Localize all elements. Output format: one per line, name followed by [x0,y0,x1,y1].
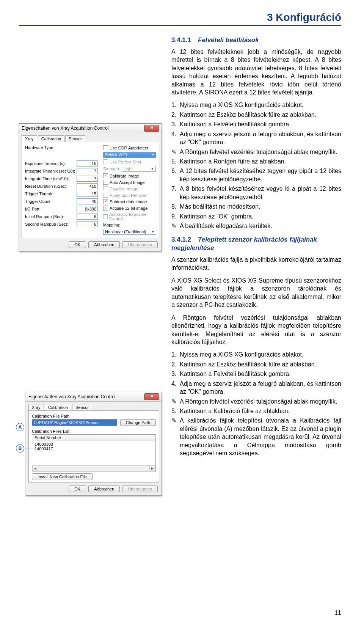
label-auto-exposure: Automatic Exposure Control [109,212,156,221]
section-title: Felvételi beállítások [198,36,259,44]
step-marker: 5. [171,157,180,165]
step-text: Nyissa meg a XIOS XG konfigurációs ablak… [180,350,341,358]
step-marker: 3. [171,120,180,128]
initial-rampup-input[interactable]: 8 [77,214,98,220]
checkbox-autodetect[interactable] [103,145,108,150]
label-hardware-type: Hardware Type: [25,145,98,150]
step-text: Adja meg a szerviz jelszót a felugró abl… [180,380,341,396]
step-text: Kattintson a Kalibráció fülre az ablakba… [180,407,341,415]
tab-xray[interactable]: Xray [28,404,44,410]
step-text: Kattintson az "OK" gombra. [180,212,341,220]
annotation-b: B [16,444,24,453]
strength-select: Light▼ [122,166,156,172]
label-trigger-thresh: Trigger Thresh: [25,192,75,196]
tab-sensor[interactable]: Sensor [72,404,92,410]
label-initial-rampup: Initial Rampup (Sec): [25,214,75,219]
section-title: Telepített szenzor kalibrációs fájljaina… [171,236,317,252]
chapter-title: 3 Konfiguráció [19,11,341,24]
result-icon: ✎ [171,416,180,457]
step-marker: 1. [171,101,180,109]
page-number: 11 [334,610,341,616]
trigger-thresh-input[interactable]: 15 [77,191,98,197]
label-acquire-12bit: Acquire 12 bit image [110,206,147,211]
chevron-down-icon: ▼ [151,167,154,171]
checkbox-acquire-12bit[interactable]: ✓ [103,206,108,211]
close-icon[interactable]: ✕ [144,393,159,400]
calib-path-input[interactable]: C:\PDATA\Plugins\XIOSXG\Sensor [32,419,117,426]
step-text: Kattintson az Eszköz beállítások fülre a… [180,111,341,119]
scroll-left-icon[interactable]: ◄ [32,466,38,471]
ok-button[interactable]: OK [69,486,86,492]
checkbox-calibrate-image[interactable]: ✓ [103,173,108,178]
section-heading-3411: 3.4.1.1Felvételi beállítások [171,36,341,45]
checkbox-spot-remover [103,193,108,198]
hardware-select[interactable]: Schick WiFi▼ [103,152,156,158]
label-calib-list: Calibration Files List: [32,429,156,434]
chevron-down-icon: ▼ [151,230,154,234]
checkbox-perfect-shot [103,159,108,164]
step-text: Kattintson a Felvételi beállítások gombr… [180,370,341,378]
tab-calibration[interactable]: Calibration [45,404,72,410]
step-text: A 8 bites felvétel készítéséhez vegye ki… [180,185,341,201]
tab-xray[interactable]: Xray [22,135,37,142]
step-marker: 2. [171,360,180,368]
label-exposure-timeout: Exposure Timeout (s): [25,161,75,166]
dialog-titlebar: Eigenschaften von Xray Acquisition Contr… [19,124,162,133]
dialog-calibration-properties: Eigenschaften von Xray Acquisition Contr… [26,392,162,496]
ok-button[interactable]: OK [69,241,86,248]
label-perfect-shot: Use Perfect Shot [110,160,141,164]
dialog-title: Eigenschaften von Xray Acquisition Contr… [28,394,115,399]
reset-duration-input[interactable]: 410 [77,183,98,189]
label-io-port: I/O Port: [25,207,75,211]
checkbox-subtract-dark[interactable]: ✓ [103,199,108,204]
install-calib-button[interactable]: Install New Calibration File [32,473,93,480]
step-text: Más beállítást ne módosítson. [180,203,341,211]
label-integrate-phoenix: Integrate Phoenix (sec/10): [25,169,75,173]
step-marker: 4. [171,130,180,146]
step-marker: 8. [171,203,180,211]
list-header: Serial Number [32,435,155,441]
io-port-input[interactable]: 0x300 [77,206,98,212]
result-text: A Röntgen felvétel vezérlési tulajdonság… [180,148,341,156]
change-path-button[interactable]: Change Path [120,419,156,426]
annotation-line [24,427,35,427]
checkbox-auto-accept[interactable] [103,180,108,185]
label-calibrate-image: Calibrate Image [110,174,139,178]
step-text: A 12 bites felvétel készítéséhez tegyen … [180,167,341,183]
mapping-select[interactable]: Nonlinear (Traditional)▼ [103,229,156,235]
list-item[interactable]: 14000417 [35,446,153,451]
step-marker: 9. [171,212,180,220]
annotation-line [24,448,35,448]
section-heading-3412: 3.4.1.2Telepített szenzor kalibrációs fá… [171,236,341,253]
calib-files-list[interactable]: Serial Number 14000300 14000417 ◄ ► [32,434,156,471]
cancel-button[interactable]: Abbrechen [88,241,120,248]
scrollbar[interactable]: ◄ ► [32,465,155,471]
label-strength: Strength: [103,167,120,171]
exposure-timeout-input[interactable]: 15 [77,160,98,167]
step-marker: 3. [171,370,180,378]
step-text: Kattintson az Eszköz beállítások fülre a… [180,360,341,368]
annotation-a: A [16,423,24,431]
checkbox-equalize [103,186,108,191]
dialog-title: Eigenschaften von Xray Acquisition Contr… [22,126,108,131]
label-equalize: Equalize Image [110,187,138,191]
tab-sensor[interactable]: Sensor [65,135,85,142]
hardware-select-value: Schick WiFi [105,152,127,157]
result-text: A Röntgen felvétel vezérlési tulajdonság… [180,398,341,405]
trigger-count-input[interactable]: 40 [77,198,98,204]
cancel-button[interactable]: Abbrechen [88,486,120,492]
integrate-time-input[interactable]: 7 [77,176,98,182]
close-icon[interactable]: ✕ [144,125,159,132]
integrate-phoenix-input[interactable]: 7 [77,168,98,174]
body-text: A 12 bites felvételeknek jobb a minőségü… [171,48,341,97]
label-trigger-count: Trigger Count: [25,199,75,204]
scroll-right-icon[interactable]: ► [149,466,155,471]
list-item[interactable]: 14000300 [35,442,153,446]
apply-button: Übernehmen [122,486,158,492]
step-marker: 5. [171,407,180,415]
label-spot-remover: Apply Spot Remover [110,193,148,198]
label-auto-accept: Auto Accept Image [110,180,144,185]
tab-calibration[interactable]: Calibration [38,135,65,142]
second-rampup-input[interactable]: 6 [77,221,98,227]
label-mapping: Mapping: [103,223,120,227]
